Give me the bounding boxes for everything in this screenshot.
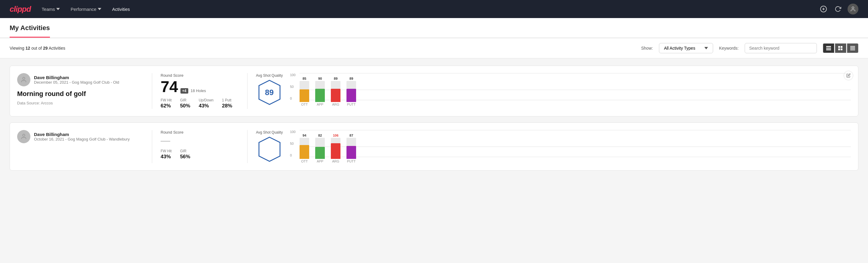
fw-hit-value: 62% — [161, 103, 172, 109]
compact-view-icon — [850, 46, 855, 50]
round-score-container: 74 +4 18 Holes — [161, 79, 239, 94]
round-score-label: Round Score — [161, 73, 239, 78]
grid-2-50 — [300, 147, 851, 147]
user-info-2: Dave Billingham October 16, 2021 - Gog M… — [17, 130, 134, 143]
activity-title: Morning round of golf — [17, 90, 134, 98]
card-info-2: Dave Billingham October 16, 2021 - Gog M… — [17, 130, 144, 147]
divider — [152, 73, 152, 109]
score-badge: +4 — [181, 88, 188, 94]
view-toggle — [823, 43, 858, 53]
activity-type-select[interactable]: All Activity Types — [659, 43, 713, 53]
logo[interactable]: clippd — [10, 4, 31, 14]
bar-group-putt: 89 PUTT — [346, 77, 356, 106]
chevron-down-icon — [98, 7, 101, 11]
bar-group-app: 90 APP — [315, 77, 325, 106]
fw-hit-stat: FW Hit 62% — [161, 98, 172, 109]
gir-stat: GIR 50% — [180, 98, 190, 109]
svg-rect-9 — [838, 49, 840, 50]
quality-section-2: Avg Shot Quality 100 50 0 — [256, 130, 851, 163]
updown-stat: Up/Down 43% — [199, 98, 214, 109]
list-view-button[interactable] — [823, 43, 834, 53]
navbar-left: clippd Teams Performance Activities — [10, 4, 130, 14]
viewing-text: Viewing 12 out of 29 Activities — [10, 46, 635, 51]
one-putt-stat: 1 Putt 28% — [222, 98, 232, 109]
refresh-button[interactable] — [833, 4, 843, 14]
svg-rect-13 — [850, 49, 855, 49]
stats-section-2: Round Score — FW Hit 43% GIR 56% — [161, 130, 239, 160]
svg-rect-4 — [826, 46, 831, 47]
keywords-label: Keywords: — [719, 46, 739, 51]
bar-label-putt: PUTT — [347, 103, 356, 106]
fw-hit-value-2: 43% — [161, 154, 172, 160]
score-value: 74 — [161, 79, 178, 94]
stats-section: Round Score 74 +4 18 Holes FW Hit 62% GI… — [161, 73, 239, 109]
svg-rect-12 — [850, 47, 855, 48]
show-label: Show: — [641, 46, 653, 51]
y-axis: 100 50 0 — [290, 73, 296, 100]
divider-4 — [247, 130, 248, 163]
bar-value-ott: 85 — [303, 77, 306, 80]
navbar: clippd Teams Performance Activities — [0, 0, 868, 18]
user-avatar[interactable] — [847, 4, 858, 14]
hexagon-shape-2 — [257, 136, 281, 163]
updown-value: 43% — [199, 103, 214, 109]
grid-line-0 — [300, 100, 851, 100]
avatar-icon — [21, 77, 27, 83]
bar-fill-putt — [346, 89, 356, 102]
grid-line-100 — [300, 73, 851, 74]
card-info: Dave Billingham December 05, 2021 - Gog … — [17, 73, 144, 105]
grid-view-button[interactable] — [835, 43, 846, 53]
bar-track-app-2 — [315, 138, 325, 159]
svg-rect-5 — [826, 48, 831, 49]
grid-2-0 — [300, 157, 851, 157]
svg-rect-7 — [838, 46, 840, 48]
user-details: Dave Billingham December 05, 2021 - Gog … — [34, 75, 119, 85]
bar-track-ott-2 — [300, 138, 309, 159]
svg-rect-11 — [850, 46, 855, 47]
user-info: Dave Billingham December 05, 2021 - Gog … — [17, 73, 134, 86]
svg-point-3 — [852, 7, 854, 9]
bar-value-putt: 89 — [349, 77, 353, 80]
bar-chart-2: 100 50 0 94 OTT 82 — [290, 130, 851, 163]
bar-value-arg-2: 106 — [333, 134, 338, 137]
bar-fill-ott-2 — [300, 145, 309, 159]
avg-shot-quality-label-2: Avg Shot Quality — [256, 130, 283, 135]
gir-stat-2: GIR 56% — [180, 149, 190, 160]
navbar-right — [819, 4, 858, 14]
keyword-search-input[interactable] — [745, 43, 817, 53]
dropdown-chevron-icon — [704, 47, 708, 49]
gir-label: GIR — [180, 98, 190, 102]
activity-type-value: All Activity Types — [664, 46, 695, 51]
compact-view-button[interactable] — [847, 43, 858, 53]
add-button[interactable] — [819, 4, 828, 14]
bar-value-ott-2: 94 — [303, 134, 306, 137]
bar-group-app-2: 82 APP — [315, 134, 325, 163]
round-score-container-2: — — [161, 136, 239, 145]
bar-fill-app — [315, 89, 325, 102]
bar-group-putt-2: 87 PUTT — [346, 134, 356, 163]
nav-activities[interactable]: Activities — [112, 4, 130, 14]
bar-group-ott-2: 94 OTT — [300, 134, 309, 163]
bar-label-arg-2: ARG — [332, 159, 339, 163]
svg-point-17 — [23, 134, 25, 136]
user-date-2: October 16, 2021 - Gog Magog Golf Club -… — [34, 137, 130, 141]
user-icon — [850, 6, 856, 12]
fw-hit-label: FW Hit — [161, 98, 172, 102]
avg-shot-quality-label: Avg Shot Quality — [256, 74, 283, 78]
small-stats-2: FW Hit 43% GIR 56% — [161, 149, 239, 160]
quality-section: Avg Shot Quality 89 100 50 0 — [256, 73, 851, 106]
bar-label-ott: OTT — [301, 103, 308, 106]
nav-teams[interactable]: Teams — [42, 4, 60, 14]
nav-performance-label: Performance — [71, 7, 97, 12]
nav-performance[interactable]: Performance — [71, 4, 101, 14]
activity-card: Dave Billingham December 05, 2021 - Gog … — [10, 66, 858, 116]
bar-fill-putt-2 — [346, 146, 356, 159]
bar-fill-arg — [331, 89, 340, 102]
svg-rect-6 — [826, 49, 831, 50]
bar-fill-ott — [300, 89, 309, 102]
bar-value-arg: 89 — [334, 77, 337, 80]
activities-list: Dave Billingham December 05, 2021 - Gog … — [0, 58, 868, 178]
chevron-down-icon — [56, 7, 60, 11]
divider-3 — [152, 130, 152, 163]
one-putt-value: 28% — [222, 103, 232, 109]
